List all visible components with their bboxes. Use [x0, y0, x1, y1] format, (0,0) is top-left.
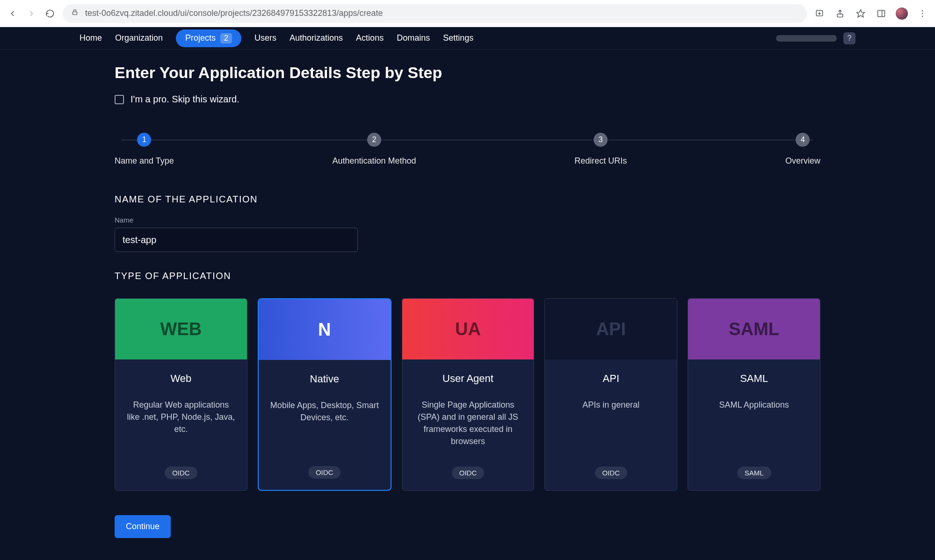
card-title: Native: [310, 373, 339, 385]
step-2[interactable]: 2 Authentication Method: [332, 133, 416, 166]
card-description: SAML Applications: [719, 399, 789, 457]
card-body: APIAPIs in generalOIDC: [545, 359, 677, 490]
nav-authorizations[interactable]: Authorizations: [290, 29, 343, 48]
wizard-stepper: 1 Name and Type 2 Authentication Method …: [115, 133, 820, 166]
stepper-line: [122, 140, 813, 140]
card-protocol-tag: OIDC: [165, 467, 197, 479]
step-4-circle: 4: [796, 133, 810, 147]
app-type-card-user-agent[interactable]: UAUser AgentSingle Page Applications (SP…: [402, 298, 535, 491]
svg-point-7: [922, 13, 923, 14]
app-type-card-saml[interactable]: SAMLSAMLSAML ApplicationsSAML: [688, 298, 820, 491]
url-bar[interactable]: test-0o6zvq.zitadel.cloud/ui/console/pro…: [63, 4, 807, 23]
browser-toolbar: test-0o6zvq.zitadel.cloud/ui/console/pro…: [0, 0, 935, 27]
app-name-input[interactable]: [115, 228, 358, 252]
app-nav: Home Organization Projects 2 Users Autho…: [0, 27, 935, 50]
nav-actions[interactable]: Actions: [356, 29, 384, 48]
continue-button[interactable]: Continue: [115, 515, 171, 538]
share-icon[interactable]: [834, 7, 846, 20]
card-header: N: [259, 299, 391, 360]
skip-wizard-row[interactable]: I'm a pro. Skip this wizard.: [115, 94, 820, 105]
card-description: Regular Web applications like .net, PHP,…: [126, 399, 236, 457]
card-title: User Agent: [442, 373, 493, 385]
panel-icon[interactable]: [875, 7, 887, 20]
nav-settings[interactable]: Settings: [443, 29, 473, 48]
nav-home[interactable]: Home: [80, 29, 102, 48]
nav-projects[interactable]: Projects 2: [176, 29, 241, 47]
step-2-label: Authentication Method: [332, 156, 416, 166]
step-3-label: Redirect URIs: [574, 156, 627, 166]
card-body: User AgentSingle Page Applications (SPA)…: [402, 359, 534, 490]
nav-projects-label: Projects: [185, 33, 216, 43]
card-header: WEB: [115, 299, 247, 359]
nav-domains[interactable]: Domains: [397, 29, 430, 48]
kebab-menu-icon[interactable]: [916, 7, 928, 20]
url-text: test-0o6zvq.zitadel.cloud/ui/console/pro…: [85, 8, 383, 18]
card-header: SAML: [688, 299, 820, 359]
card-header: API: [545, 299, 677, 359]
card-body: SAMLSAML ApplicationsSAML: [688, 359, 820, 490]
svg-point-8: [922, 15, 923, 17]
bookmark-star-icon[interactable]: [855, 7, 867, 20]
step-3-circle: 3: [594, 133, 608, 147]
step-1-circle: 1: [137, 133, 151, 147]
nav-users[interactable]: Users: [254, 29, 276, 48]
page-title: Enter Your Application Details Step by S…: [115, 64, 820, 82]
card-title: API: [603, 373, 619, 385]
card-description: Single Page Applications (SPA) and in ge…: [413, 399, 523, 457]
type-section-heading: TYPE OF APPLICATION: [115, 271, 820, 281]
reload-button[interactable]: [44, 7, 56, 20]
app-type-card-api[interactable]: APIAPIAPIs in generalOIDC: [544, 298, 677, 491]
install-icon[interactable]: [813, 7, 826, 20]
card-title: SAML: [740, 373, 768, 385]
card-protocol-tag: OIDC: [595, 467, 628, 479]
app-type-card-web[interactable]: WEBWebRegular Web applications like .net…: [115, 298, 247, 491]
step-4-label: Overview: [785, 156, 820, 166]
step-4[interactable]: 4 Overview: [785, 133, 820, 166]
card-description: APIs in general: [582, 399, 639, 457]
nav-organization[interactable]: Organization: [115, 29, 163, 48]
svg-rect-0: [72, 12, 77, 14]
help-button[interactable]: ?: [843, 32, 855, 44]
step-2-circle: 2: [367, 133, 381, 147]
browser-right-controls: [813, 7, 928, 20]
card-header: UA: [402, 299, 534, 359]
card-description: Mobile Apps, Desktop, Smart Devices, etc…: [270, 399, 379, 457]
card-protocol-tag: OIDC: [452, 467, 485, 479]
step-1[interactable]: 1 Name and Type: [115, 133, 174, 166]
nav-projects-count: 2: [220, 33, 232, 43]
svg-rect-4: [878, 10, 885, 16]
app-type-cards: WEBWebRegular Web applications like .net…: [115, 298, 820, 491]
card-protocol-tag: SAML: [737, 467, 771, 479]
app-type-card-native[interactable]: NNativeMobile Apps, Desktop, Smart Devic…: [258, 298, 391, 491]
profile-avatar[interactable]: [896, 7, 908, 20]
card-body: NativeMobile Apps, Desktop, Smart Device…: [259, 360, 391, 490]
back-button[interactable]: [7, 7, 19, 20]
main-content: Enter Your Application Details Step by S…: [0, 50, 935, 538]
search-input[interactable]: [776, 35, 837, 42]
skip-wizard-checkbox[interactable]: [115, 95, 124, 104]
forward-button[interactable]: [25, 7, 37, 20]
lock-icon: [71, 8, 79, 18]
card-body: WebRegular Web applications like .net, P…: [115, 359, 247, 490]
card-protocol-tag: OIDC: [308, 466, 341, 479]
skip-wizard-label: I'm a pro. Skip this wizard.: [130, 94, 239, 105]
name-section-heading: NAME OF THE APPLICATION: [115, 194, 820, 205]
name-field-label: Name: [115, 216, 820, 224]
card-title: Web: [170, 373, 191, 385]
step-3[interactable]: 3 Redirect URIs: [574, 133, 627, 166]
svg-point-6: [922, 10, 923, 11]
svg-marker-3: [857, 9, 865, 17]
step-1-label: Name and Type: [115, 156, 174, 166]
